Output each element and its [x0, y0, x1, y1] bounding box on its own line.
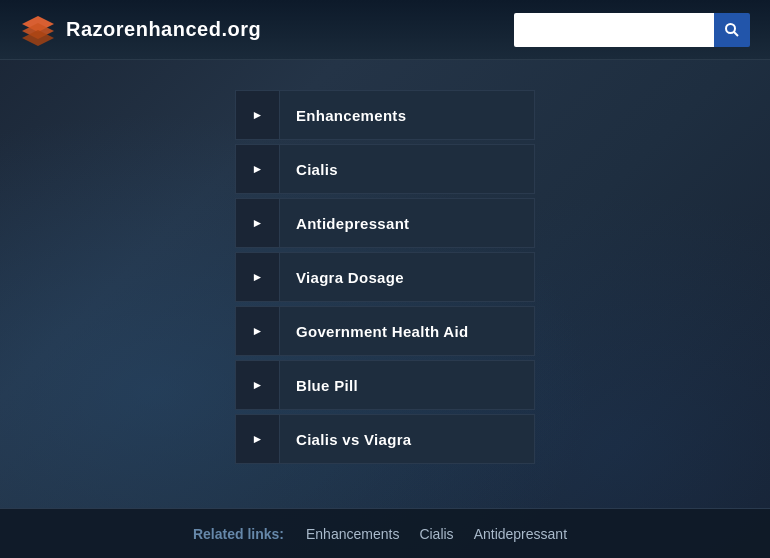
- menu-item-label: Cialis vs Viagra: [280, 431, 411, 448]
- menu-item[interactable]: ► Cialis vs Viagra: [235, 414, 535, 464]
- menu-item[interactable]: ► Enhancements: [235, 90, 535, 140]
- menu-arrow: ►: [236, 145, 280, 193]
- menu-arrow: ►: [236, 253, 280, 301]
- arrow-icon: ►: [252, 270, 264, 284]
- svg-line-4: [734, 32, 738, 36]
- menu-item-label: Antidepressant: [280, 215, 409, 232]
- menu-arrow: ►: [236, 91, 280, 139]
- menu-item[interactable]: ► Antidepressant: [235, 198, 535, 248]
- related-link[interactable]: Cialis: [419, 526, 453, 542]
- menu-item-label: Enhancements: [280, 107, 406, 124]
- menu-item[interactable]: ► Cialis: [235, 144, 535, 194]
- arrow-icon: ►: [252, 108, 264, 122]
- menu-arrow: ►: [236, 415, 280, 463]
- menu-list: ► Enhancements ► Cialis ► Antidepressant…: [235, 90, 535, 464]
- related-links: EnhancementsCialisAntidepressant: [296, 525, 577, 543]
- search-button[interactable]: [714, 13, 750, 47]
- arrow-icon: ►: [252, 432, 264, 446]
- logo-icon: [20, 12, 56, 48]
- menu-item-label: Government Health Aid: [280, 323, 468, 340]
- menu-arrow: ►: [236, 199, 280, 247]
- related-links-label: Related links:: [193, 526, 284, 542]
- search-area: [514, 13, 750, 47]
- related-link[interactable]: Enhancements: [306, 526, 399, 542]
- menu-item[interactable]: ► Viagra Dosage: [235, 252, 535, 302]
- menu-arrow: ►: [236, 307, 280, 355]
- arrow-icon: ►: [252, 324, 264, 338]
- arrow-icon: ►: [252, 216, 264, 230]
- menu-item-label: Blue Pill: [280, 377, 358, 394]
- site-title: Razorenhanced.org: [66, 18, 261, 41]
- menu-item[interactable]: ► Government Health Aid: [235, 306, 535, 356]
- svg-point-3: [726, 24, 735, 33]
- arrow-icon: ►: [252, 378, 264, 392]
- search-icon: [724, 22, 740, 38]
- header: Razorenhanced.org: [0, 0, 770, 60]
- main-content: ► Enhancements ► Cialis ► Antidepressant…: [0, 60, 770, 474]
- arrow-icon: ►: [252, 162, 264, 176]
- menu-item-label: Cialis: [280, 161, 338, 178]
- menu-arrow: ►: [236, 361, 280, 409]
- menu-item-label: Viagra Dosage: [280, 269, 404, 286]
- logo-area: Razorenhanced.org: [20, 12, 261, 48]
- menu-item[interactable]: ► Blue Pill: [235, 360, 535, 410]
- footer: Related links: EnhancementsCialisAntidep…: [0, 508, 770, 558]
- search-input[interactable]: [514, 13, 714, 47]
- related-link[interactable]: Antidepressant: [474, 526, 567, 542]
